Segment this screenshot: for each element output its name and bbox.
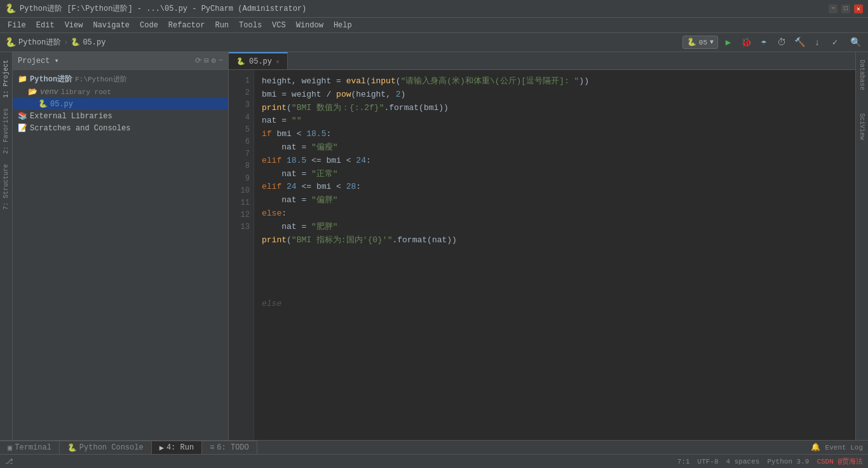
run-button[interactable]: ▶ bbox=[721, 35, 736, 50]
tab-python-icon: 🐍 bbox=[236, 57, 245, 65]
event-log-icon: 🔔 bbox=[811, 443, 820, 452]
menu-refactor[interactable]: Refactor bbox=[163, 20, 210, 31]
tree-root-project[interactable]: 📁 Python进阶 F:\Python进阶 bbox=[13, 72, 228, 86]
code-editor[interactable]: 12345 678910 111213 height, weight = eva… bbox=[229, 70, 855, 454]
tab-terminal[interactable]: ▣ Terminal bbox=[0, 441, 60, 454]
search-everywhere-button[interactable]: 🔍 bbox=[848, 35, 863, 50]
scratches-icon: 📝 bbox=[18, 123, 27, 133]
tree-scratches-label: Scratches and Consoles bbox=[30, 124, 130, 133]
menu-view[interactable]: View bbox=[60, 20, 88, 31]
project-panel-title: Project ▾ bbox=[18, 56, 195, 65]
encoding-label[interactable]: UTF-8 bbox=[698, 458, 719, 465]
build-button[interactable]: 🔨 bbox=[792, 35, 807, 50]
cursor-position: 7:1 bbox=[677, 458, 690, 465]
folder-open-icon: 📁 bbox=[18, 74, 27, 84]
tab-todo[interactable]: ≡ 6: TODO bbox=[202, 441, 257, 454]
ghost-text: else bbox=[262, 298, 848, 311]
python-file-icon: 🐍 bbox=[38, 99, 48, 109]
tab-05py[interactable]: 🐍 05.py ✕ bbox=[229, 52, 288, 69]
code-line-4: nat = "" bbox=[262, 114, 848, 128]
sidebar-item-project[interactable]: 1: Project bbox=[1, 55, 11, 103]
vcs-update-button[interactable]: ↓ bbox=[810, 35, 825, 50]
project-panel: Project ▾ ⟳ ⊟ ⚙ − 📁 Python进阶 F:\Python进阶… bbox=[13, 52, 229, 454]
csdn-watermark: CSDN @贾海法 bbox=[817, 457, 863, 466]
profile-button[interactable]: ⏱ bbox=[774, 35, 789, 50]
menu-vcs[interactable]: VCS bbox=[267, 20, 291, 31]
tab-python-console[interactable]: 🐍 Python Console bbox=[60, 441, 152, 454]
run-configuration: 🐍 05 ▼ ▶ 🐞 ☂ ⏱ 🔨 ↓ ✓ 🔍 bbox=[682, 35, 863, 50]
sidebar-item-structure[interactable]: 7: Structure bbox=[1, 159, 11, 215]
close-panel-icon[interactable]: − bbox=[219, 56, 223, 65]
tree-venv[interactable]: 📂 venv library root bbox=[13, 86, 228, 98]
status-right: 7:1 UTF-8 4 spaces Python 3.9 CSDN @贾海法 bbox=[677, 457, 863, 466]
debug-button[interactable]: 🐞 bbox=[738, 35, 754, 50]
code-line-7: elif 18.5 <= bmi < 24: bbox=[262, 155, 848, 168]
code-content[interactable]: height, weight = eval(input("请输入身高(米)和体重… bbox=[254, 70, 855, 454]
title-bar: 🐍 Python进阶 [F:\Python进阶] - ...\05.py - P… bbox=[0, 0, 868, 18]
run-config-dropdown-icon: ▼ bbox=[710, 39, 714, 46]
menu-code[interactable]: Code bbox=[135, 20, 163, 31]
breadcrumb-separator: › bbox=[64, 38, 68, 47]
collapse-icon[interactable]: ⊟ bbox=[204, 56, 208, 65]
code-line-2: bmi = weight / pow(height, 2) bbox=[262, 88, 848, 102]
todo-icon: ≡ bbox=[210, 443, 214, 452]
file-tree: 📁 Python进阶 F:\Python进阶 📂 venv library ro… bbox=[13, 70, 228, 454]
code-line-1: height, weight = eval(input("请输入身高(米)和体重… bbox=[262, 75, 848, 88]
code-line-12: nat = "肥胖" bbox=[262, 221, 848, 234]
menu-window[interactable]: Window bbox=[291, 20, 329, 31]
code-line-5: if bmi < 18.5: bbox=[262, 128, 848, 141]
settings-icon[interactable]: ⚙ bbox=[212, 56, 216, 65]
tree-venv-sublabel: library root bbox=[61, 88, 111, 96]
main-toolbar: 🐍 Python进阶 › 🐍 05.py 🐍 05 ▼ ▶ 🐞 ☂ ⏱ 🔨 ↓ … bbox=[0, 33, 868, 52]
minimize-button[interactable]: − bbox=[829, 4, 837, 13]
menu-edit[interactable]: Edit bbox=[31, 20, 60, 31]
sidebar-item-sciview[interactable]: SciView bbox=[857, 108, 867, 145]
tree-project-label: Python进阶 bbox=[30, 74, 72, 85]
status-left: ⎇ bbox=[5, 457, 13, 465]
project-panel-header: Project ▾ ⟳ ⊟ ⚙ − bbox=[13, 52, 228, 70]
terminal-label: Terminal bbox=[15, 443, 51, 452]
window-controls: − □ ✕ bbox=[829, 4, 863, 13]
indent-label[interactable]: 4 spaces bbox=[726, 458, 760, 465]
tree-venv-label: venv bbox=[40, 88, 58, 97]
footer: ▣ Terminal 🐍 Python Console ▶ 4: Run ≡ 6… bbox=[0, 440, 868, 468]
app-icon: 🐍 bbox=[5, 3, 16, 14]
python-console-icon: 🐍 bbox=[67, 443, 77, 453]
sidebar-item-favorites[interactable]: 2: Favorites bbox=[1, 103, 11, 159]
tree-external-libs[interactable]: 📚 External Libraries bbox=[13, 110, 228, 122]
tab-close-icon[interactable]: ✕ bbox=[276, 58, 280, 65]
menu-run[interactable]: Run bbox=[210, 20, 234, 31]
sync-icon[interactable]: ⟳ bbox=[195, 56, 201, 65]
menu-navigate[interactable]: Navigate bbox=[88, 20, 135, 31]
vcs-commit-button[interactable]: ✓ bbox=[827, 35, 843, 50]
sidebar-item-database[interactable]: Database bbox=[857, 55, 867, 95]
git-branch-icon: ⎇ bbox=[5, 457, 13, 465]
coverage-button[interactable]: ☂ bbox=[756, 35, 771, 50]
run-config-name: 05 bbox=[699, 39, 707, 46]
right-sidebar: Database SciView bbox=[855, 52, 868, 454]
code-line-10: nat = "偏胖" bbox=[262, 194, 848, 207]
menu-file[interactable]: File bbox=[3, 20, 31, 31]
project-breadcrumb: 🐍 Python进阶 › 🐍 05.py bbox=[5, 37, 105, 48]
todo-label: 6: TODO bbox=[217, 443, 248, 452]
menu-tools[interactable]: Tools bbox=[234, 20, 267, 31]
close-button[interactable]: ✕ bbox=[854, 4, 863, 13]
maximize-button[interactable]: □ bbox=[841, 4, 850, 13]
tree-scratches[interactable]: 📝 Scratches and Consoles bbox=[13, 122, 228, 134]
code-line-8: nat = "正常" bbox=[262, 168, 848, 181]
python-console-label: Python Console bbox=[79, 443, 144, 452]
tree-05py-label: 05.py bbox=[50, 100, 73, 109]
tab-run[interactable]: ▶ 4: Run bbox=[152, 441, 202, 454]
external-libs-icon: 📚 bbox=[18, 111, 27, 121]
menu-help[interactable]: Help bbox=[329, 20, 357, 31]
lang-label[interactable]: Python 3.9 bbox=[767, 458, 809, 465]
run-icon: ▶ bbox=[159, 443, 164, 453]
tree-file-05py[interactable]: 🐍 05.py bbox=[13, 98, 228, 110]
run-config-selector[interactable]: 🐍 05 ▼ bbox=[682, 36, 718, 49]
workspace: 1: Project 2: Favorites 7: Structure Pro… bbox=[0, 52, 868, 454]
code-line-13: print("BMI 指标为:国内'{0}'".format(nat)) bbox=[262, 234, 848, 247]
run-tab-label: 4: Run bbox=[166, 443, 194, 452]
event-log-label[interactable]: Event Log bbox=[825, 444, 863, 451]
code-line-11: else: bbox=[262, 207, 848, 221]
code-line-6: nat = "偏瘦" bbox=[262, 141, 848, 155]
